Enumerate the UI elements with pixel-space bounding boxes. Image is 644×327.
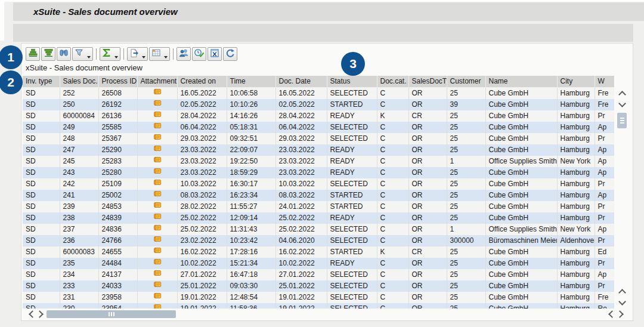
cell-time[interactable]: 14:16:26 [227, 110, 275, 122]
attachment-icon[interactable] [153, 201, 162, 209]
cell-sales_doc_ty[interactable]: OR [408, 190, 447, 201]
cell-sales_doc[interactable]: 250 [60, 99, 98, 110]
cell-attachment[interactable] [137, 133, 177, 144]
cell-w[interactable]: Re [595, 303, 614, 309]
cell-city[interactable]: Hamburg [557, 246, 595, 258]
attachment-icon[interactable] [153, 144, 162, 152]
cell-process_id[interactable]: 25280 [98, 167, 137, 178]
cell-doc_cat[interactable]: C [377, 303, 408, 309]
cell-doc_cat[interactable]: C [377, 133, 408, 144]
cell-sales_doc[interactable]: 60000083 [60, 246, 98, 258]
cell-sales_doc[interactable]: 245 [60, 156, 98, 167]
cell-inv_type[interactable]: SD [23, 110, 60, 122]
cell-time[interactable]: 11:55:27 [227, 201, 275, 212]
cell-name[interactable]: Cube GmbH [485, 201, 557, 212]
cell-doc_date[interactable]: 23.03.2022 [275, 167, 327, 178]
cell-status[interactable]: SELECTED [327, 269, 377, 280]
cell-customer[interactable]: 25 [447, 212, 485, 224]
cell-doc_cat[interactable]: C [377, 258, 408, 269]
cell-doc_date[interactable]: 19.01.2022 [275, 292, 327, 303]
cell-w[interactable]: Ap [595, 190, 614, 201]
cell-city[interactable]: Aldenhoven [557, 235, 595, 246]
cell-sales_doc[interactable]: 230 [60, 303, 98, 309]
cell-inv_type[interactable]: SD [23, 269, 60, 280]
cell-created_on[interactable]: 25.02.2022 [177, 224, 227, 235]
cell-customer[interactable]: 25 [447, 167, 485, 178]
find-button[interactable] [57, 47, 71, 61]
cell-process_id[interactable]: 23954 [98, 303, 137, 309]
cell-status[interactable]: SELECTED [327, 133, 377, 144]
cell-name[interactable]: Cube GmbH [485, 258, 557, 269]
cell-attachment[interactable] [137, 235, 177, 246]
column-header-w[interactable]: W [595, 76, 614, 88]
cell-sales_doc_ty[interactable]: OR [408, 144, 447, 156]
column-header-attachment[interactable]: Attachment [137, 76, 177, 88]
schedule-check-button[interactable] [192, 47, 206, 61]
cell-w[interactable]: Fre [595, 292, 614, 303]
cell-process_id[interactable]: 25367 [98, 133, 137, 144]
sort-descending-button[interactable] [41, 47, 55, 61]
cell-w[interactable]: Ed [595, 246, 614, 258]
cell-name[interactable]: Büromaschinen Meier [485, 235, 557, 246]
cell-customer[interactable]: 25 [447, 178, 485, 190]
attachment-icon[interactable] [153, 99, 162, 107]
cell-doc_date[interactable]: 27.01.2022 [275, 269, 327, 280]
cell-time[interactable]: 12:48:54 [227, 292, 275, 303]
cell-created_on[interactable]: 06.04.2022 [177, 122, 227, 133]
cell-status[interactable]: STARTED [327, 201, 377, 212]
cell-sales_doc[interactable]: 237 [60, 224, 98, 235]
sum-button[interactable] [100, 47, 120, 61]
cell-w[interactable]: Pr [595, 235, 614, 246]
cell-doc_cat[interactable]: C [377, 99, 408, 110]
refresh-button[interactable] [223, 47, 237, 61]
cell-created_on[interactable]: 23.03.2022 [177, 156, 227, 167]
table-row[interactable]: SD2432528023.03.202218:59:2923.03.2022RE… [23, 167, 614, 178]
cell-status[interactable]: READY [327, 258, 377, 269]
table-row[interactable]: SD600000832465516.02.202217:28:1616.02.2… [23, 246, 614, 258]
cell-process_id[interactable]: 26136 [98, 110, 137, 122]
cell-name[interactable]: Office Supplies Smith [485, 224, 557, 235]
cell-sales_doc_ty[interactable]: OR [408, 88, 447, 100]
cell-process_id[interactable]: 25002 [98, 190, 137, 201]
sort-ascending-button[interactable] [26, 47, 40, 61]
column-header-city[interactable]: City [557, 76, 595, 88]
table-row[interactable]: SD2492558506.04.202205:18:3106.04.2022SE… [23, 122, 614, 133]
cell-sales_doc[interactable]: 238 [60, 212, 98, 224]
cell-customer[interactable]: 25 [447, 201, 485, 212]
cell-process_id[interactable]: 24836 [98, 224, 137, 235]
cell-name[interactable]: Cube GmbH [485, 133, 557, 144]
table-row[interactable]: SD2392485328.02.202211:55:2724.01.2022ST… [23, 201, 614, 212]
cell-w[interactable]: Pr [595, 133, 614, 144]
cell-created_on[interactable]: 29.03.2022 [177, 133, 227, 144]
cell-sales_doc_ty[interactable]: OR [408, 133, 447, 144]
cell-inv_type[interactable]: SD [23, 224, 60, 235]
cell-inv_type[interactable]: SD [23, 122, 60, 133]
cell-city[interactable]: Hamburg [557, 201, 595, 212]
cell-status[interactable]: READY [327, 156, 377, 167]
table-row[interactable]: SD2352448410.02.202215:21:3410.02.2022RE… [23, 258, 614, 269]
table-row[interactable]: SD2362476623.02.202210:23:4204.06.2020SE… [23, 235, 614, 246]
attachment-icon[interactable] [153, 178, 162, 186]
cell-sales_doc[interactable]: 60000084 [60, 110, 98, 122]
cell-city[interactable]: Hamburg [557, 292, 595, 303]
cell-doc_cat[interactable]: C [377, 235, 408, 246]
column-header-customer[interactable]: Customer [447, 76, 485, 88]
cell-status[interactable]: SELECTED [327, 122, 377, 133]
cell-name[interactable]: Cube GmbH [485, 246, 557, 258]
cell-w[interactable]: Pr [595, 212, 614, 224]
cell-inv_type[interactable]: SD [23, 156, 60, 167]
table-row[interactable]: SD2522650816.05.202210:06:5816.05.2022SE… [23, 88, 614, 100]
cell-inv_type[interactable]: SD [23, 167, 60, 178]
column-header-sales_doc[interactable]: Sales Doc. [60, 76, 98, 88]
cell-doc_cat[interactable]: C [377, 280, 408, 292]
cell-w[interactable]: Fre [595, 99, 614, 110]
cell-city[interactable]: Hamburg [557, 88, 595, 100]
cell-attachment[interactable] [137, 292, 177, 303]
cell-inv_type[interactable]: SD [23, 178, 60, 190]
cell-customer[interactable]: 25 [447, 133, 485, 144]
cell-time[interactable]: 19:22:50 [227, 156, 275, 167]
cell-sales_doc_ty[interactable]: OR [408, 235, 447, 246]
cell-sales_doc_ty[interactable]: OR [408, 212, 447, 224]
hscroll-right-button-right[interactable] [616, 309, 626, 319]
cell-process_id[interactable]: 24853 [98, 201, 137, 212]
